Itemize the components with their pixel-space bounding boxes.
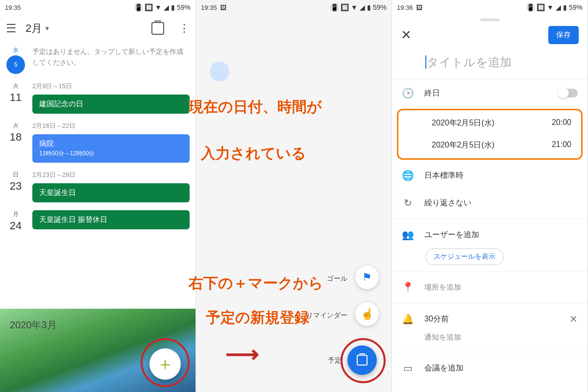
month-dropdown[interactable]: 2月▼ (25, 21, 50, 36)
annotation-text: 予定の新規登録 (206, 306, 309, 328)
allday-toggle[interactable] (559, 89, 578, 98)
event-label: 予定 (328, 356, 342, 365)
clock-icon: 🕒 (402, 87, 414, 99)
menu-icon[interactable]: ☰ (6, 22, 17, 35)
more-icon[interactable]: ⋮ (179, 22, 190, 35)
adduser-row[interactable]: 👥ユーザーを追加 (392, 221, 588, 248)
clock: 19:35 (5, 4, 21, 11)
annotation-arrow: ⟶ (225, 340, 259, 368)
no-events-text: 予定はありません。タップして新しい予定を作成してください。 (32, 46, 190, 74)
today-row[interactable]: 水 5 予定はありません。タップして新しい予定を作成してください。 (0, 42, 196, 78)
event-chip[interactable]: 病院11時00分～12時00分 (32, 134, 190, 163)
pin-icon: 📍 (402, 281, 414, 293)
remove-icon[interactable]: ✕ (569, 313, 578, 325)
clock: 19:36 (397, 4, 413, 11)
event-chip[interactable]: 天皇誕生日 (32, 183, 190, 202)
annotation-text: 現在の日付、時間が (189, 96, 322, 118)
edit-top-bar: ✕ 保存 (392, 21, 588, 49)
status-bar: 19:35 📳🔲▼◢▮59% (0, 0, 196, 15)
day-number: 23 (6, 180, 25, 193)
repeat-icon: ↻ (402, 197, 414, 209)
allday-row[interactable]: 🕒 終日 (392, 79, 588, 107)
weekday: 日 (6, 171, 25, 179)
today-icon[interactable] (151, 22, 164, 35)
dimmed-today-badge (210, 62, 229, 81)
event-edit-screen: 19:36🖼 📳🔲▼◢▮59% ✕ 保存 タイトルを追加 🕒 終日 2020年2… (392, 0, 588, 392)
status-bar: 19:36🖼 📳🔲▼◢▮59% (392, 0, 588, 15)
repeat-row[interactable]: ↻繰り返さない (392, 189, 588, 217)
week-range: 2月16日～22日 (32, 122, 190, 130)
annotation-highlight: 2020年2月5日(水)20:00 2020年2月5日(水)21:00 (397, 109, 583, 160)
fab-expanded-screen: 19:35🖼 📳🔲▼◢▮59% ⚑ ゴール ☝ リマインダー 予定 ⟶ (196, 0, 392, 392)
annotation-circle (141, 338, 190, 387)
reminder-label: リマインダー (306, 311, 347, 320)
status-bar: 19:35🖼 📳🔲▼◢▮59% (196, 0, 392, 15)
goal-fab[interactable]: ⚑ (355, 266, 379, 289)
day-number: 24 (6, 220, 25, 232)
add-notification-row[interactable]: 通知を追加 (392, 333, 588, 350)
event-chip[interactable]: 天皇誕生日 振替休日 (32, 210, 190, 229)
save-button[interactable]: 保存 (548, 26, 579, 44)
goal-label: ゴール (327, 274, 347, 283)
week-range: 2月23日～29日 (32, 171, 190, 179)
people-icon: 👥 (402, 229, 414, 241)
close-icon[interactable]: ✕ (401, 27, 412, 43)
event-row[interactable]: 日23 2月23日～29日 天皇誕生日 (0, 167, 196, 206)
meeting-icon: ▭ (402, 362, 414, 374)
start-datetime[interactable]: 2020年2月5日(水)20:00 (398, 112, 581, 134)
month-title: 2020年3月 (10, 318, 186, 332)
annotation-text: 入力されている (201, 142, 306, 164)
weekday: 月 (6, 210, 25, 219)
flag-icon: ⚑ (362, 271, 372, 284)
week-range: 2月9日～15日 (32, 82, 190, 91)
event-row[interactable]: 月24 天皇誕生日 振替休日 (0, 206, 196, 236)
event-row[interactable]: 火11 2月9日～15日 建国記念の日 (0, 78, 196, 118)
view-schedule-button[interactable]: スケジュールを表示 (425, 248, 504, 265)
today-badge: 5 (6, 55, 25, 74)
weekday: 水 (6, 46, 25, 54)
touch-icon: ☝ (361, 308, 374, 320)
app-bar: ☰ 2月▼ ⋮ (0, 15, 196, 42)
day-number: 11 (6, 91, 25, 104)
clock: 19:35 (201, 4, 217, 11)
bell-icon: 🔔 (402, 313, 414, 325)
notification-row[interactable]: 🔔30分前✕ (392, 305, 588, 333)
annotation-circle (341, 338, 386, 383)
day-number: 18 (6, 131, 25, 144)
reminder-fab[interactable]: ☝ (355, 302, 379, 326)
weekday: 火 (6, 122, 25, 130)
title-input[interactable]: タイトルを追加 (392, 49, 588, 79)
timezone-row[interactable]: 🌐日本標準時 (392, 162, 588, 189)
calendar-list-screen: 19:35 📳🔲▼◢▮59% ☰ 2月▼ ⋮ 水 5 予定はありません。タップし… (0, 0, 196, 392)
globe-icon: 🌐 (402, 170, 414, 181)
event-row[interactable]: 火18 2月16日～22日 病院11時00分～12時00分 (0, 118, 196, 167)
meeting-row[interactable]: ▭会議を追加 (392, 354, 588, 382)
status-icons: 📳🔲▼◢▮59% (134, 3, 191, 11)
event-chip[interactable]: 建国記念の日 (32, 95, 190, 114)
end-datetime[interactable]: 2020年2月5日(水)21:00 (398, 134, 581, 156)
annotation-text: 右下の＋マークから (189, 272, 323, 294)
weekday: 火 (6, 82, 25, 90)
location-row[interactable]: 📍場所を追加 (392, 273, 588, 301)
